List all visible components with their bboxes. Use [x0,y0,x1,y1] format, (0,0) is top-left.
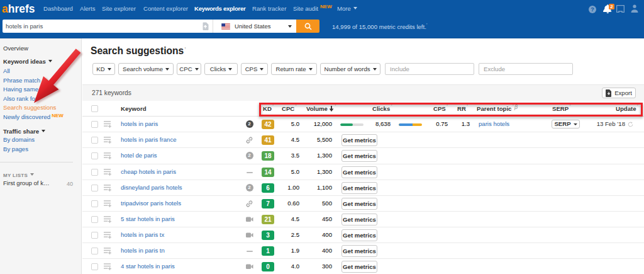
svg-text:?: ? [591,6,594,13]
svg-text:2: 2 [610,4,613,9]
